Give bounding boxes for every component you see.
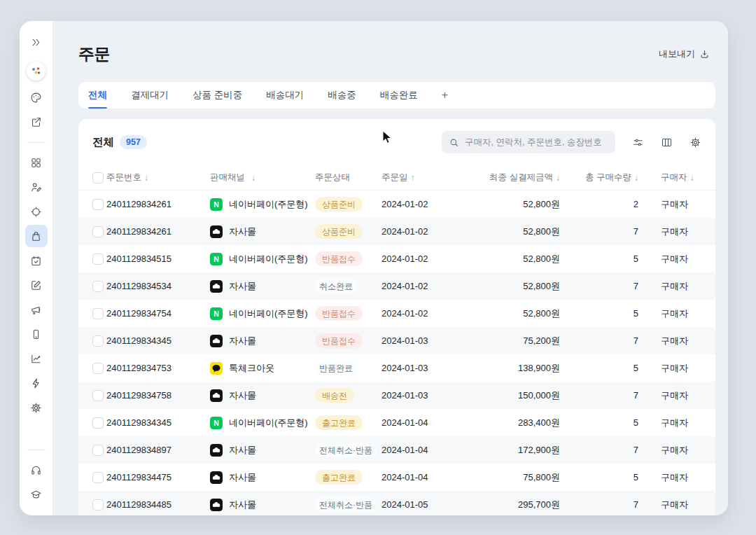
external-link-icon[interactable] [25, 111, 48, 133]
megaphone-icon[interactable] [25, 298, 48, 321]
column-header[interactable]: 총 구매수량↓ [560, 172, 638, 183]
status-badge: 전체취소·반품 [315, 497, 377, 512]
table-row[interactable]: 2401129834754 N 네이버페이(주문형) 반품접수 2024-01-… [78, 300, 715, 327]
order-count-badge: 957 [120, 135, 147, 149]
channel-label: 자사몰 [229, 335, 256, 347]
column-header[interactable]: 주문상태 [315, 172, 382, 183]
channel-label: 자사몰 [229, 280, 256, 293]
export-button[interactable]: 내보내기 [659, 48, 710, 60]
select-all-checkbox[interactable] [92, 172, 104, 183]
order-date: 2024-01-03 [382, 335, 472, 346]
payment-amount: 172,900원 [472, 444, 560, 457]
row-checkbox[interactable] [92, 417, 104, 429]
mobile-icon[interactable] [25, 323, 48, 345]
tab[interactable]: 배송완료 [380, 82, 418, 109]
table-row[interactable]: 2401129834515 N 네이버페이(주문형) 반품접수 2024-01-… [78, 245, 715, 272]
tab-label: 결제대기 [131, 89, 169, 102]
sidebar-item-orders[interactable] [25, 225, 48, 247]
status-badge: 반품접수 [315, 251, 363, 266]
columns-icon[interactable] [661, 137, 673, 148]
order-number: 2401129834897 [106, 445, 210, 455]
quantity: 2 [560, 199, 638, 209]
row-checkbox[interactable] [92, 472, 104, 483]
workspace-logo[interactable] [27, 62, 46, 81]
tab[interactable]: 상품 준비중 [192, 82, 242, 109]
order-date: 2024-01-02 [382, 308, 472, 319]
table-row[interactable]: 2401129834758 자사몰 배송전 2024-01-03 150,000… [78, 382, 715, 409]
search-input[interactable]: 구매자, 연락처, 주문번호, 송장번호 [442, 131, 615, 153]
compose-icon[interactable] [25, 274, 48, 296]
download-icon [699, 49, 710, 60]
calendar-check-icon[interactable] [25, 249, 48, 272]
export-label: 내보내기 [659, 48, 695, 60]
column-label: 판매채널 [210, 172, 245, 183]
sidebar-divider [27, 142, 46, 143]
support-headphones-icon[interactable] [25, 459, 48, 481]
table-row[interactable]: 2401129834261 N 네이버페이(주문형) 상품준비 2024-01-… [78, 190, 715, 218]
column-header[interactable]: 구매자↓ [638, 172, 701, 183]
own-channel-icon [210, 335, 223, 347]
table-row[interactable]: 2401129834475 자사몰 출고완료 2024-01-04 75,800… [78, 464, 715, 491]
sort-arrow-icon[interactable]: ↓ [144, 173, 148, 183]
table-row[interactable]: 2401129834345 자사몰 반품접수 2024-01-03 75,200… [78, 327, 715, 354]
apps-grid-icon[interactable] [25, 151, 48, 174]
tab-label: 전체 [88, 89, 107, 102]
lightning-icon[interactable] [25, 372, 48, 394]
tab[interactable]: 전체 [88, 82, 107, 109]
row-checkbox[interactable] [92, 445, 104, 456]
channel-label: 자사몰 [229, 444, 256, 457]
naver-channel-icon: N [210, 198, 223, 211]
row-checkbox[interactable] [92, 335, 104, 347]
own-channel-icon [210, 499, 223, 511]
target-icon[interactable] [25, 200, 48, 223]
payment-amount: 52,800원 [472, 307, 560, 320]
person-edit-icon[interactable] [25, 176, 48, 198]
row-checkbox[interactable] [92, 281, 104, 292]
tab[interactable]: 배송중 [328, 82, 356, 109]
row-checkbox[interactable] [92, 253, 104, 265]
table-row[interactable]: 2401129834261 자사몰 상품준비 2024-01-02 52,800… [78, 218, 715, 245]
row-checkbox[interactable] [92, 363, 104, 374]
tab[interactable]: 결제대기 [131, 82, 169, 109]
learn-graduation-icon[interactable] [25, 483, 48, 506]
row-checkbox[interactable] [92, 199, 104, 210]
filter-sliders-icon[interactable] [632, 137, 644, 148]
column-header[interactable]: 최종 실결제금액↓ [472, 172, 560, 183]
own-channel-icon [210, 471, 223, 484]
table-row[interactable]: 2401129834753 톡체크아웃 반품완료 2024-01-03 138,… [78, 354, 715, 382]
order-number: 2401129834758 [106, 390, 210, 401]
sort-arrow-icon[interactable]: ↑ [411, 173, 415, 183]
table-row[interactable]: 2401129834345 N 네이버페이(주문형) 출고완료 2024-01-… [78, 409, 715, 436]
quantity: 5 [560, 363, 638, 373]
row-checkbox[interactable] [92, 499, 104, 510]
row-checkbox[interactable] [92, 226, 104, 237]
sort-arrow-icon[interactable]: ↓ [251, 173, 255, 183]
table-row[interactable]: 2401129834897 자사몰 전체취소·반품 2024-01-04 172… [78, 436, 715, 464]
order-date: 2024-01-04 [382, 472, 472, 482]
own-channel-icon [210, 389, 223, 402]
line-chart-icon[interactable] [25, 347, 48, 370]
row-checkbox[interactable] [92, 308, 104, 319]
sidebar-collapse-icon[interactable] [25, 31, 48, 53]
column-header[interactable]: 주문번호↓ [106, 172, 210, 183]
table-settings-gear-icon[interactable] [690, 137, 701, 148]
order-number: 2401129834515 [106, 253, 210, 264]
quantity: 5 [560, 417, 638, 428]
tab[interactable]: 배송대기 [266, 82, 304, 109]
sort-arrow-icon[interactable]: ↓ [690, 173, 694, 183]
column-header[interactable]: 판매채널↓ [210, 172, 315, 183]
payment-amount: 52,800원 [472, 253, 560, 265]
settings-gear-icon[interactable] [25, 396, 48, 419]
table-row[interactable]: 2401129834485 자사몰 전체취소·반품 2024-01-05 295… [78, 491, 715, 515]
search-placeholder: 구매자, 연락처, 주문번호, 송장번호 [465, 137, 602, 148]
page-title: 주문 [78, 43, 110, 65]
column-label: 주문상태 [315, 172, 350, 183]
status-badge: 상품준비 [315, 224, 363, 239]
add-tab-button[interactable]: + [442, 82, 448, 109]
row-checkbox[interactable] [92, 390, 104, 401]
theme-palette-icon[interactable] [25, 86, 48, 109]
payment-amount: 283,400원 [472, 417, 560, 429]
column-header[interactable]: 주문일↑ [382, 172, 472, 183]
table-row[interactable]: 2401129834534 자사몰 취소완료 2024-01-02 52,800… [78, 272, 715, 300]
buyer: 구매자 [638, 253, 701, 265]
